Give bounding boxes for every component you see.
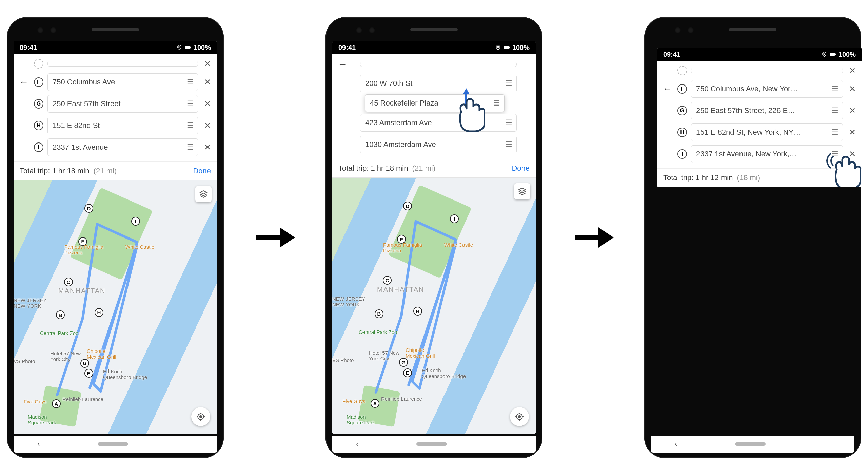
nav-back-icon[interactable]: ‹: [675, 440, 677, 449]
drag-handle-icon[interactable]: ☰: [187, 99, 193, 108]
stop-address-field[interactable]: 151 E 82nd St ☰: [47, 117, 198, 134]
remove-stop-button[interactable]: ✕: [202, 77, 213, 88]
stop-address-field[interactable]: 1030 Amsterdam Ave ☰: [360, 136, 517, 153]
route-waypoint-marker[interactable]: I: [450, 214, 459, 223]
stop-row: G 250 East 57th Street, 226 E… ☰ ✕: [661, 100, 858, 121]
svg-point-0: [179, 46, 180, 48]
drag-handle-icon[interactable]: ☰: [506, 79, 512, 88]
map-poi-label: Chipotle Mexican Grill: [87, 348, 116, 360]
nav-home-pill[interactable]: [735, 442, 766, 446]
route-waypoint-marker[interactable]: A: [371, 399, 379, 408]
drag-handle-icon[interactable]: ☰: [506, 140, 512, 149]
phone-frame-2: 09:41 100% ← 200 W 70th St ☰ 45 Rockefel…: [326, 17, 542, 458]
route-editor: ← 200 W 70th St ☰ 45 Rockefeller Plaza☰ …: [332, 54, 536, 178]
done-button[interactable]: Done: [512, 164, 530, 173]
stop-address-field[interactable]: 2337 1st Avenue ☰: [47, 138, 198, 156]
svg-marker-3: [200, 191, 207, 194]
route-waypoint-marker[interactable]: H: [95, 308, 103, 317]
route-waypoint-marker[interactable]: B: [375, 309, 383, 318]
drag-handle-icon[interactable]: ☰: [187, 143, 193, 152]
route-waypoint-marker[interactable]: G: [399, 358, 408, 367]
layers-button[interactable]: [195, 186, 212, 202]
android-navbar: ‹: [332, 436, 536, 453]
done-button[interactable]: Done: [193, 167, 211, 175]
route-waypoint-marker[interactable]: H: [413, 307, 422, 316]
back-button[interactable]: ←: [661, 83, 673, 95]
remove-stop-button[interactable]: ✕: [202, 98, 213, 109]
map-view[interactable]: DIFCHBGEAMANHATTANFamous Famiglia Pizzer…: [14, 180, 217, 434]
status-battery: 100%: [194, 44, 211, 52]
map-poi-label: Central Park Zoo: [40, 330, 78, 336]
svg-point-25: [824, 53, 825, 55]
nav-home-pill[interactable]: [98, 442, 128, 446]
remove-stop-button[interactable]: ✕: [847, 65, 858, 76]
location-icon: [177, 45, 182, 50]
nav-back-icon[interactable]: ‹: [37, 440, 40, 449]
location-icon: [822, 52, 827, 57]
route-waypoint-marker[interactable]: A: [52, 399, 61, 408]
route-waypoint-marker[interactable]: I: [131, 217, 140, 226]
tap-gesture-icon: [823, 146, 861, 187]
stop-row: H 151 E 82nd St, New York, NY… ☰ ✕: [661, 121, 858, 143]
back-button[interactable]: ←: [336, 58, 349, 71]
drag-handle-icon[interactable]: ☰: [493, 99, 499, 108]
route-waypoint-marker[interactable]: G: [80, 359, 89, 368]
drag-handle-icon[interactable]: ☰: [506, 118, 512, 127]
route-waypoint-marker[interactable]: E: [403, 368, 412, 377]
battery-icon: [185, 45, 191, 50]
route-waypoint-marker[interactable]: D: [403, 202, 412, 210]
stop-address-field[interactable]: 250 East 57th Street, 226 E… ☰: [691, 102, 843, 119]
stop-address-field[interactable]: 750 Columbus Ave, New Yor… ☰: [691, 80, 843, 98]
remove-stop-button[interactable]: ✕: [847, 83, 858, 94]
trip-time: 1 hr 18 min: [52, 167, 89, 175]
drag-handle-icon[interactable]: ☰: [832, 106, 838, 115]
back-button[interactable]: ←: [18, 76, 30, 88]
trip-distance: (21 mi): [94, 167, 117, 175]
my-location-button[interactable]: [191, 407, 210, 426]
remove-stop-button[interactable]: ✕: [202, 142, 213, 153]
remove-stop-button[interactable]: ✕: [202, 120, 213, 131]
my-location-button[interactable]: [510, 407, 529, 426]
stop-address-field[interactable]: 2337 1st Avenue, New York,… ☰: [691, 145, 843, 163]
drag-handle-icon[interactable]: ☰: [832, 128, 838, 137]
drag-handle-icon[interactable]: ☰: [187, 78, 193, 87]
trip-time: 1 hr 12 min: [695, 173, 733, 182]
map-view[interactable]: DIFCHBGEAMANHATTANFamous Famiglia Pizzer…: [332, 178, 536, 434]
svg-rect-14: [509, 47, 510, 49]
stop-address-field[interactable]: 250 East 57th Street ☰: [47, 95, 198, 113]
map-poi-label: Reinlieb Laurence: [62, 396, 103, 402]
stop-row: G 250 East 57th Street ☰ ✕: [18, 93, 213, 115]
stop-address-field[interactable]: 200 W 70th St ☰: [360, 75, 517, 92]
nav-home-pill[interactable]: [416, 442, 447, 446]
route-waypoint-marker[interactable]: C: [383, 276, 392, 285]
svg-marker-11: [280, 227, 295, 248]
svg-rect-26: [830, 53, 835, 56]
map-poi-label: Madison Square Park: [347, 414, 375, 425]
stop-address-field[interactable]: 423 Amsterdam Ave ☰: [360, 114, 517, 132]
trip-distance: (18 mi): [737, 173, 760, 182]
svg-marker-16: [519, 188, 526, 191]
layers-button[interactable]: [514, 183, 530, 200]
remove-stop-button[interactable]: ✕: [847, 127, 858, 138]
remove-stop-button[interactable]: ✕: [202, 58, 213, 69]
route-waypoint-marker[interactable]: C: [64, 278, 73, 286]
nav-back-icon[interactable]: ‹: [356, 440, 358, 449]
route-waypoint-marker[interactable]: B: [56, 310, 65, 319]
map-poi-label: Ed Koch Queensboro Bridge: [422, 367, 466, 379]
map-poi-label: Chipotle Mexican Grill: [406, 347, 435, 359]
svg-marker-24: [598, 227, 614, 248]
svg-point-12: [497, 46, 499, 48]
stop-address-field[interactable]: 750 Columbus Ave ☰: [47, 73, 198, 91]
drag-handle-icon[interactable]: ☰: [187, 121, 193, 130]
route-waypoint-marker[interactable]: D: [84, 204, 93, 213]
status-battery: 100%: [839, 51, 856, 58]
route-waypoint-marker[interactable]: E: [84, 369, 93, 378]
map-poi-label: Madison Square Park: [28, 414, 56, 425]
drag-handle-icon[interactable]: ☰: [832, 84, 838, 93]
stop-address-field[interactable]: 151 E 82nd St, New York, NY… ☰: [691, 124, 843, 141]
stop-row: I 2337 1st Avenue ☰ ✕: [18, 136, 213, 158]
remove-stop-button[interactable]: ✕: [847, 105, 858, 116]
drag-gesture-icon: [448, 88, 485, 134]
stop-letter-badge: F: [34, 77, 43, 87]
location-icon: [495, 45, 501, 50]
